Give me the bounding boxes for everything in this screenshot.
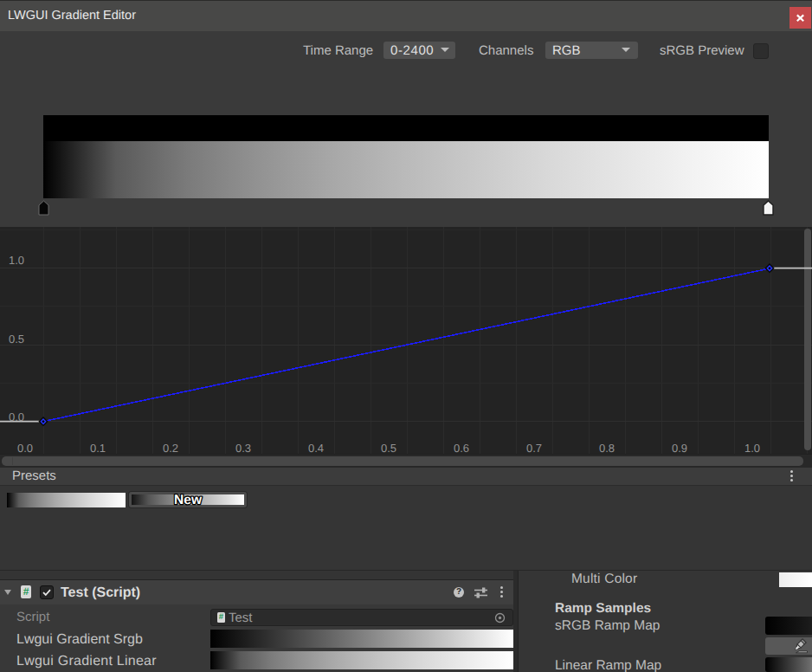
svg-text:New: New [174,493,203,507]
